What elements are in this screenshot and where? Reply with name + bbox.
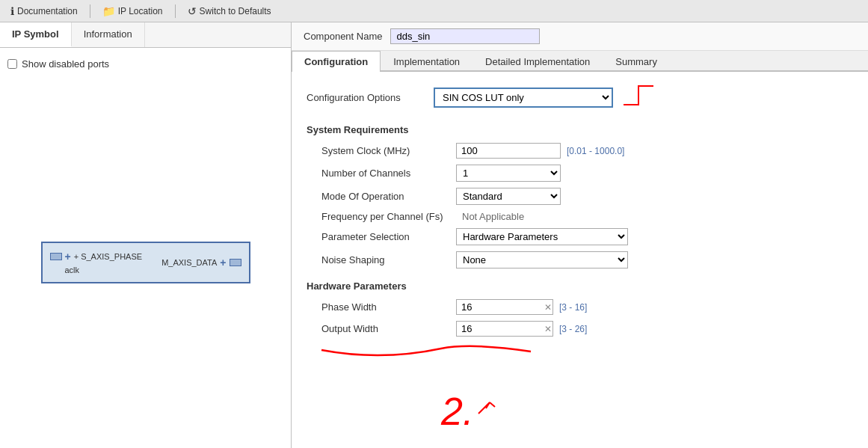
tab-detailed-implementation[interactable]: Detailed Implementation (473, 51, 603, 72)
left-tab-bar: IP Symbol Information (0, 22, 291, 48)
parameter-selection-row: Parameter Selection Hardware Parameters … (307, 228, 853, 245)
toolbar: ℹ Documentation 📁 IP Location ↺ Switch t… (0, 0, 868, 22)
freq-per-channel-label: Frequency per Channel (Fs) (321, 211, 456, 222)
port-row-s-axis: + + S_AXIS_PHASE (50, 251, 143, 263)
annotation-number-area: 2. (307, 380, 853, 440)
ip-location-button[interactable]: 📁 IP Location (96, 4, 169, 19)
port-left-group: + + S_AXIS_PHASE aclk (50, 251, 143, 274)
documentation-label: Documentation (17, 6, 78, 16)
switch-to-defaults-button[interactable]: ↺ Switch to Defaults (182, 4, 277, 19)
system-requirements-header: System Requirements (307, 124, 853, 135)
left-tab-content: Show disabled ports (0, 48, 291, 77)
config-options-row: Configuration Options SIN COS LUT only P… (307, 82, 853, 112)
right-panel: Component Name Configuration Implementat… (292, 22, 868, 448)
show-disabled-ports-row: Show disabled ports (7, 58, 283, 70)
system-requirements-section: System Requirements System Clock (MHz) [… (307, 124, 853, 269)
output-width-input[interactable] (456, 321, 553, 337)
toolbar-separator (90, 4, 90, 18)
tab-implementation[interactable]: Implementation (381, 51, 473, 72)
noise-shaping-row: Noise Shaping None Dither (307, 251, 853, 269)
config-options-label: Configuration Options (307, 92, 426, 103)
location-icon: 📁 (102, 5, 115, 17)
system-clock-input[interactable] (456, 143, 561, 159)
system-clock-label: System Clock (MHz) (321, 145, 456, 156)
ip-symbol-area: + + S_AXIS_PHASE aclk + M_AXIS_DATA (0, 77, 291, 448)
show-disabled-ports-label: Show disabled ports (22, 58, 109, 70)
show-disabled-ports-checkbox[interactable] (7, 59, 17, 69)
output-width-input-wrap: ✕ (456, 321, 553, 337)
config-options-select[interactable]: SIN COS LUT only Phase Generator only SI… (434, 88, 613, 108)
left-panel: IP Symbol Information Show disabled port… (0, 22, 292, 448)
phase-width-range: [3 - 16] (559, 302, 587, 313)
freq-per-channel-row: Frequency per Channel (Fs) Not Applicabl… (307, 211, 853, 222)
port-connector-right-1 (230, 259, 241, 266)
tab-information[interactable]: Information (72, 22, 145, 47)
parameter-selection-select[interactable]: Hardware Parameters System Parameters (456, 228, 628, 245)
port-right-group: + M_AXIS_DATA (161, 257, 241, 269)
tab-ip-symbol[interactable]: IP Symbol (0, 22, 72, 47)
annotation-underline-area (307, 343, 853, 365)
port-row-aclk: aclk (50, 266, 143, 274)
config-tab-bar: Configuration Implementation Detailed Im… (292, 51, 868, 72)
ip-location-label: IP Location (118, 6, 163, 16)
info-icon: ℹ (10, 5, 14, 17)
output-width-row: Output Width ✕ [3 - 26] (307, 321, 853, 337)
output-width-clear-button[interactable]: ✕ (544, 325, 552, 334)
documentation-button[interactable]: ℹ Documentation (4, 4, 84, 19)
mode-operation-label: Mode Of Operation (321, 191, 456, 202)
num-channels-row: Number of Channels 1 (307, 165, 853, 182)
annotation-bracket (624, 82, 668, 112)
svg-text:2.: 2. (440, 390, 473, 433)
toolbar-separator-2 (175, 4, 176, 18)
tab-configuration[interactable]: Configuration (292, 51, 381, 72)
switch-to-defaults-label: Switch to Defaults (200, 6, 271, 16)
port-label-s-axis: + S_AXIS_PHASE (74, 252, 142, 261)
main-layout: IP Symbol Information Show disabled port… (0, 22, 868, 448)
component-name-row: Component Name (292, 22, 868, 51)
port-row-m-axis: + M_AXIS_DATA (161, 257, 241, 269)
annotation-number-2: 2. (426, 380, 501, 440)
phase-width-row: Phase Width ✕ [3 - 16] (307, 299, 853, 315)
ip-ports: + + S_AXIS_PHASE aclk + M_AXIS_DATA (50, 251, 241, 274)
freq-per-channel-note: Not Applicable (462, 211, 524, 222)
phase-width-input-wrap: ✕ (456, 299, 553, 315)
tab-summary[interactable]: Summary (603, 51, 670, 72)
ip-block: + + S_AXIS_PHASE aclk + M_AXIS_DATA (41, 242, 250, 283)
noise-shaping-label: Noise Shaping (321, 254, 456, 266)
num-channels-select[interactable]: 1 (456, 165, 561, 182)
port-label-m-axis: M_AXIS_DATA (161, 258, 217, 267)
hardware-parameters-section: Hardware Parameters Phase Width ✕ [3 - 1… (307, 280, 853, 440)
output-width-range: [3 - 26] (559, 324, 587, 334)
mode-operation-select[interactable]: Standard Rasterized (456, 188, 561, 205)
config-content: Configuration Options SIN COS LUT only P… (292, 72, 868, 448)
noise-shaping-select[interactable]: None Dither (456, 251, 628, 269)
phase-width-input[interactable] (456, 299, 553, 315)
parameter-selection-label: Parameter Selection (321, 231, 456, 242)
component-name-label: Component Name (304, 31, 383, 42)
phase-width-label: Phase Width (321, 301, 456, 313)
system-clock-range: [0.01 - 1000.0] (567, 146, 624, 156)
mode-operation-row: Mode Of Operation Standard Rasterized (307, 188, 853, 205)
system-clock-row: System Clock (MHz) [0.01 - 1000.0] (307, 143, 853, 159)
port-plus-1: + (65, 251, 71, 263)
port-label-aclk: aclk (65, 266, 80, 274)
output-width-label: Output Width (321, 323, 456, 334)
hardware-parameters-header: Hardware Parameters (307, 280, 853, 292)
annotation-underline (321, 343, 546, 365)
phase-width-clear-button[interactable]: ✕ (544, 303, 552, 312)
num-channels-label: Number of Channels (321, 168, 456, 179)
refresh-icon: ↺ (188, 5, 197, 17)
port-connector-left-1 (50, 253, 62, 260)
port-plus-right: + (220, 257, 226, 269)
component-name-input[interactable] (390, 28, 540, 44)
